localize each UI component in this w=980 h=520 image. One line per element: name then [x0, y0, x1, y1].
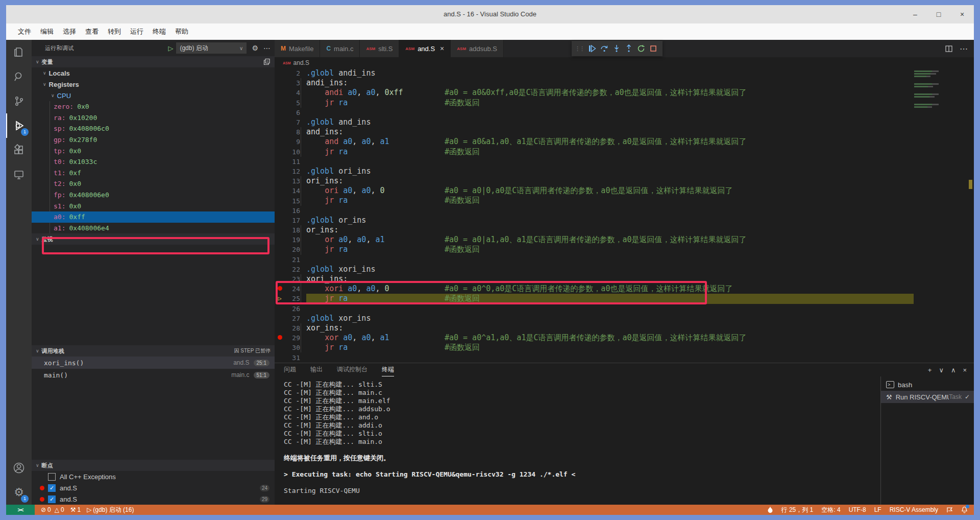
breakpoints-section-header[interactable]: ∨ 断点	[32, 460, 275, 471]
new-terminal-icon[interactable]: +	[928, 366, 932, 374]
tab-main.c[interactable]: Cmain.c	[320, 40, 360, 57]
tab-and.S[interactable]: ASMand.S×	[399, 40, 451, 57]
close-button[interactable]: ×	[950, 5, 974, 23]
code-line[interactable]: 8and_ins:	[275, 127, 974, 137]
terminal-dropdown-icon[interactable]: ∨	[939, 366, 944, 374]
tab-addsub.S[interactable]: ASMaddsub.S	[451, 40, 504, 57]
code-line[interactable]: ▷25 jr ra #函数返回	[275, 294, 974, 303]
maximize-panel-icon[interactable]: ∧	[951, 366, 956, 374]
menu-item-终端[interactable]: 终端	[148, 25, 170, 38]
code-editor[interactable]: 2.globl andi_ins3andi_ins:4 andi a0, a0,…	[275, 68, 974, 363]
split-editor-icon[interactable]	[945, 45, 952, 52]
encoding[interactable]: UTF-8	[849, 506, 866, 513]
register-row[interactable]: fp:0x408006e0	[32, 190, 275, 201]
extensions-icon[interactable]	[6, 138, 32, 162]
terminal-list-item[interactable]: ⚒Run RISCV-QEMUTask✓	[881, 391, 974, 403]
remote-indicator[interactable]: ><	[6, 505, 35, 515]
indentation[interactable]: 空格: 4	[821, 506, 840, 514]
call-stack-frame[interactable]: xori_ins()and.S25:1	[32, 357, 275, 369]
terminal-output[interactable]: CC -[M] 正在构建... slti.SCC -[M] 正在构建... ma…	[275, 376, 880, 505]
register-row[interactable]: s1:0x0	[32, 200, 275, 211]
panel-tab-问题[interactable]: 问题	[284, 363, 296, 376]
start-debug-icon[interactable]: ▷	[168, 44, 173, 52]
problems-indicator[interactable]: ⊘0 △0	[41, 506, 64, 513]
close-tab-icon[interactable]: ×	[440, 44, 444, 53]
terminal-list-item[interactable]: >bash	[881, 379, 974, 391]
cursor-position[interactable]: 行 25，列 1	[781, 506, 814, 514]
code-line[interactable]: 31	[275, 352, 974, 362]
drag-handle-icon[interactable]: ⋮⋮	[575, 45, 584, 52]
menu-item-编辑[interactable]: 编辑	[36, 25, 58, 38]
menu-item-运行[interactable]: 运行	[126, 25, 148, 38]
tab-slti.S[interactable]: ASMslti.S	[360, 40, 399, 57]
panel-tab-调试控制台[interactable]: 调试控制台	[337, 363, 368, 376]
breadcrumb[interactable]: ASM and.S	[275, 57, 974, 68]
flame-indicator[interactable]	[767, 506, 773, 513]
search-icon[interactable]	[6, 64, 32, 89]
breakpoint-row[interactable]: All C++ Exceptions	[32, 471, 275, 482]
remote-explorer-icon[interactable]	[6, 162, 32, 187]
register-row[interactable]: t1:0xf	[32, 168, 275, 179]
breakpoint-checkbox[interactable]	[48, 473, 56, 481]
step-into-button[interactable]	[610, 42, 623, 55]
variables-section-header[interactable]: ∨ 变量	[32, 56, 275, 67]
code-line[interactable]: 24 xori a0, a0, 0 #a0 = a0^0,a0是C语言调用者传递…	[275, 284, 974, 294]
register-row[interactable]: a0:0xff	[32, 211, 275, 223]
register-row[interactable]: sp:0x408006c0	[32, 123, 275, 134]
minimize-button[interactable]: –	[903, 5, 927, 23]
call-stack-frame[interactable]: main()main.c51:1	[32, 369, 275, 381]
more-actions-icon[interactable]: ⋯	[263, 44, 271, 52]
code-line[interactable]: 10 jr ra #函数返回	[275, 147, 974, 157]
code-line[interactable]: 21	[275, 255, 974, 265]
code-line[interactable]: 6	[275, 108, 974, 117]
register-row[interactable]: gp:0x278f0	[32, 134, 275, 146]
more-actions-icon[interactable]: ⋯	[960, 44, 968, 54]
restart-button[interactable]	[635, 42, 647, 55]
debug-config-dropdown[interactable]: (gdb) 启动 ∨	[176, 42, 247, 54]
menu-item-转到[interactable]: 转到	[103, 25, 126, 38]
code-line[interactable]: 18or_ins:	[275, 225, 974, 235]
close-panel-icon[interactable]: ×	[963, 366, 967, 374]
breakpoint-row[interactable]: ✓and.S29	[32, 493, 275, 505]
register-row[interactable]: ra:0x10200	[32, 112, 275, 124]
locals-group[interactable]: ∨ Locals	[32, 67, 275, 79]
debug-settings-gear-icon[interactable]: ⚙	[252, 44, 258, 52]
code-line[interactable]: 29 xor a0, a0, a1 #a0 = a0^a1,a0、a1是C语言调…	[275, 333, 974, 343]
code-line[interactable]: 4 andi a0, a0, 0xff #a0 = a0&0xff,a0是C语言…	[275, 88, 974, 98]
register-row[interactable]: tp:0x0	[32, 145, 275, 156]
maximize-button[interactable]: □	[927, 5, 950, 23]
minimap[interactable]	[912, 69, 949, 116]
breakpoint-checkbox[interactable]: ✓	[48, 484, 56, 492]
feedback-indicator[interactable]	[946, 507, 953, 513]
tasks-indicator[interactable]: ⚒1	[70, 506, 81, 513]
code-line[interactable]: 12.globl ori_ins	[275, 167, 974, 176]
panel-tab-输出[interactable]: 输出	[310, 363, 323, 376]
eol[interactable]: LF	[874, 506, 881, 513]
code-line[interactable]: 14 ori a0, a0, 0 #a0 = a0|0,a0是C语言调用者传递的…	[275, 186, 974, 196]
code-line[interactable]: 13ori_ins:	[275, 176, 974, 186]
register-row[interactable]: a1:0x408006e4	[32, 223, 275, 234]
code-line[interactable]: 23xori_ins:	[275, 274, 974, 284]
account-icon[interactable]	[6, 456, 32, 480]
run-debug-icon[interactable]: 1	[6, 113, 32, 138]
code-line[interactable]: 27.globl xor_ins	[275, 314, 974, 323]
code-line[interactable]: 30 jr ra #函数返回	[275, 343, 974, 352]
stop-button[interactable]	[647, 42, 659, 55]
source-control-icon[interactable]	[6, 89, 32, 113]
register-row[interactable]: t2:0x0	[32, 178, 275, 190]
settings-gear-icon[interactable]: ⚙ 1	[6, 480, 32, 505]
call-stack-section-header[interactable]: ∨ 调用堆栈 因 STEP 已暂停	[32, 345, 275, 357]
registers-group[interactable]: ∨ Registers	[32, 79, 275, 90]
breakpoint-row[interactable]: ✓and.S24	[32, 482, 275, 493]
code-line[interactable]: 22.globl xori_ins	[275, 265, 974, 274]
code-line[interactable]: 19 or a0, a0, a1 #a0 = a0|a1,a0、a1是C语言调用…	[275, 235, 974, 245]
continue-button[interactable]	[586, 42, 598, 55]
code-line[interactable]: 9 and a0, a0, a1 #a0 = a0&a1,a0、a1是C语言调用…	[275, 137, 974, 147]
current-line-arrow-icon[interactable]: ▷	[275, 294, 285, 303]
code-line[interactable]: 7.globl and_ins	[275, 117, 974, 127]
collapse-all-icon[interactable]	[263, 58, 271, 65]
menu-item-文件[interactable]: 文件	[13, 25, 36, 38]
code-line[interactable]: 20 jr ra #函数返回	[275, 245, 974, 254]
tab-Makefile[interactable]: MMakefile	[275, 40, 320, 57]
menu-item-帮助[interactable]: 帮助	[170, 25, 193, 38]
